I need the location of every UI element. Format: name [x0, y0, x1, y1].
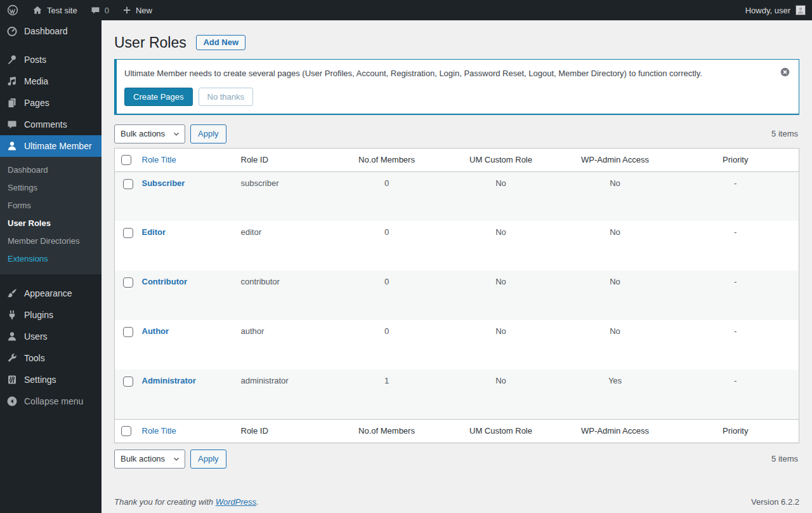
- site-name-link[interactable]: Test site: [25, 0, 84, 20]
- role-title-link[interactable]: Subscriber: [142, 178, 185, 188]
- create-pages-button[interactable]: Create Pages: [124, 88, 193, 106]
- new-content-menu[interactable]: New: [115, 0, 159, 20]
- submenu-item-dashboard[interactable]: Dashboard: [0, 161, 102, 179]
- my-account-menu[interactable]: Howdy, user: [739, 5, 812, 15]
- table-footer: Role Title Role ID No.of Members UM Cust…: [115, 419, 799, 443]
- role-priority-cell: -: [672, 221, 799, 270]
- pin-icon: [6, 53, 18, 66]
- comments-admin-bar[interactable]: 0: [84, 0, 115, 20]
- row-checkbox-cell: [115, 320, 136, 370]
- row-checkbox[interactable]: [123, 228, 133, 238]
- sidebar-item-users[interactable]: Users: [0, 326, 102, 347]
- sidebar-item-ultimate-member[interactable]: Ultimate Member: [0, 135, 102, 157]
- column-header-wp-admin: WP-Admin Access: [558, 419, 672, 443]
- select-all-cell: [115, 419, 136, 443]
- column-header-role-id: Role ID: [235, 419, 330, 443]
- sidebar-item-label: Pages: [24, 98, 49, 108]
- select-all-checkbox[interactable]: [121, 155, 131, 165]
- sidebar-item-dashboard[interactable]: Dashboard: [0, 20, 102, 42]
- menu-separator: [0, 274, 102, 283]
- brush-icon: [6, 287, 18, 300]
- submenu-item-member-directories[interactable]: Member Directories: [0, 232, 102, 250]
- column-header-wp-admin: WP-Admin Access: [558, 148, 672, 171]
- row-checkbox[interactable]: [123, 179, 133, 189]
- sidebar-item-label: Dashboard: [24, 26, 68, 36]
- role-id-cell: subscriber: [235, 171, 330, 221]
- role-id-cell: author: [235, 320, 330, 370]
- row-checkbox[interactable]: [123, 277, 133, 288]
- role-custom-cell: No: [444, 370, 558, 419]
- new-label: New: [136, 6, 152, 15]
- sidebar-item-label: Posts: [24, 55, 46, 65]
- column-header-role-title[interactable]: Role Title: [142, 426, 176, 436]
- sidebar-item-plugins[interactable]: Plugins: [0, 304, 102, 326]
- sidebar-item-label: Tools: [24, 353, 45, 363]
- sidebar-item-label: Collapse menu: [24, 396, 83, 406]
- add-new-button[interactable]: Add New: [196, 35, 246, 50]
- role-priority-cell: -: [672, 320, 799, 370]
- row-checkbox[interactable]: [123, 327, 133, 337]
- sidebar-item-label: Settings: [24, 375, 56, 385]
- submenu-item-settings[interactable]: Settings: [0, 179, 102, 197]
- row-checkbox[interactable]: [123, 376, 133, 387]
- dismiss-notice-button[interactable]: [780, 67, 790, 77]
- sidebar-item-comments[interactable]: Comments: [0, 114, 102, 135]
- role-title-link[interactable]: Administrator: [142, 376, 196, 385]
- admin-footer: Thank you for creating with WordPress. V…: [114, 497, 799, 507]
- role-title-link[interactable]: Contributor: [142, 277, 187, 286]
- wordpress-logo-icon: [6, 4, 19, 17]
- roles-table: Role Title Role ID No.of Members UM Cust…: [114, 148, 799, 443]
- role-title-link[interactable]: Editor: [142, 227, 166, 237]
- role-title-cell: Subscriber: [136, 171, 235, 221]
- home-icon: [32, 4, 43, 16]
- sidebar-item-tools[interactable]: Tools: [0, 347, 102, 369]
- users-icon: [6, 330, 18, 343]
- apply-button[interactable]: Apply: [190, 450, 226, 469]
- um-pages-notice: Ultimate Member needs to create several …: [114, 59, 799, 115]
- sidebar-item-pages[interactable]: Pages: [0, 92, 102, 114]
- role-priority-cell: -: [672, 171, 799, 221]
- dashboard-icon: [6, 25, 18, 37]
- role-wp-admin-cell: No: [558, 221, 672, 270]
- column-header-custom-role: UM Custom Role: [444, 419, 558, 443]
- page-title: User Roles: [114, 34, 187, 53]
- column-header-members: No.of Members: [330, 148, 444, 171]
- role-members-cell: 0: [330, 221, 444, 270]
- items-count: 5 items: [771, 129, 799, 138]
- sidebar-item-posts[interactable]: Posts: [0, 49, 102, 70]
- apply-button[interactable]: Apply: [190, 124, 226, 143]
- comments-icon: [6, 118, 18, 131]
- sidebar-item-media[interactable]: Media: [0, 70, 102, 92]
- no-thanks-button[interactable]: No thanks: [199, 88, 254, 106]
- media-icon: [6, 75, 18, 88]
- role-id-cell: contributor: [235, 270, 330, 320]
- submenu-item-forms[interactable]: Forms: [0, 197, 102, 215]
- sidebar-item-settings[interactable]: Settings: [0, 369, 102, 390]
- wordpress-link[interactable]: WordPress: [216, 497, 256, 507]
- sidebar-item-label: Plugins: [24, 310, 53, 320]
- bulk-actions-select[interactable]: Bulk actions: [114, 124, 185, 143]
- sidebar-item-appearance[interactable]: Appearance: [0, 283, 102, 304]
- role-custom-cell: No: [444, 221, 558, 270]
- submenu-item-extensions[interactable]: Extensions: [0, 250, 102, 268]
- role-members-cell: 0: [330, 320, 444, 370]
- submenu-item-user-roles[interactable]: User Roles: [0, 215, 102, 232]
- role-members-cell: 0: [330, 171, 444, 221]
- bulk-actions-select[interactable]: Bulk actions: [114, 450, 185, 469]
- sidebar-item-label: Media: [24, 76, 48, 86]
- column-header-role-title[interactable]: Role Title: [142, 155, 176, 164]
- pages-icon: [6, 97, 18, 109]
- items-count: 5 items: [771, 454, 799, 463]
- column-header-priority: Priority: [672, 419, 799, 443]
- ultimate-member-submenu: Dashboard Settings Forms User Roles Memb…: [0, 157, 102, 274]
- select-all-checkbox[interactable]: [121, 426, 131, 436]
- wordpress-logo-menu[interactable]: [0, 0, 25, 20]
- roles-table-body: Subscribersubscriber0NoNo-Editoreditor0N…: [115, 171, 799, 419]
- role-title-link[interactable]: Author: [142, 326, 169, 336]
- row-checkbox-cell: [115, 171, 136, 221]
- footer-thanks-text: Thank you for creating with WordPress.: [114, 497, 259, 507]
- close-icon: [780, 67, 790, 77]
- sidebar-item-label: Ultimate Member: [24, 141, 92, 151]
- role-priority-cell: -: [672, 270, 799, 320]
- collapse-menu-button[interactable]: Collapse menu: [0, 390, 102, 412]
